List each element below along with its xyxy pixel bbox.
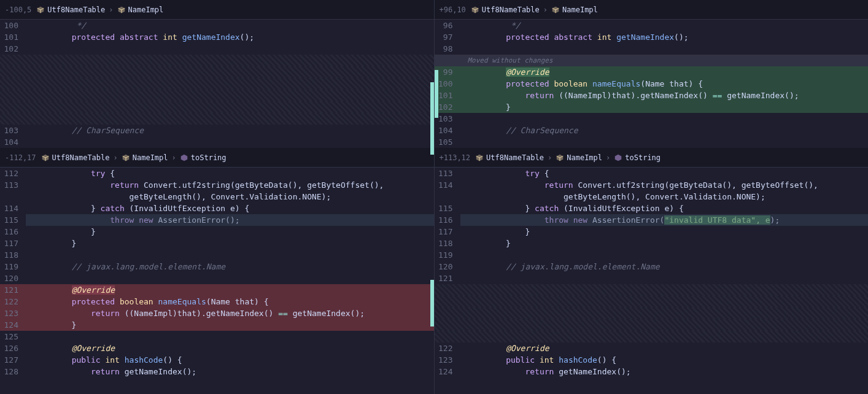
line-number: 114 [0,203,26,214]
line-number: 97 [435,31,460,43]
line-number: 126 [0,342,26,354]
class-icon [475,153,484,162]
line-number: 116 [0,226,26,238]
moved-banner: Moved without changes [435,55,869,66]
line-number: 120 [435,261,460,272]
line-number: 123 [0,307,26,319]
line-number: 102 [435,101,460,113]
right-pane: +96,10 Utf8NameTable › NameImpl 96 */ 97… [435,0,869,394]
hunk-header-1-right[interactable]: +96,10 Utf8NameTable › NameImpl [435,0,869,20]
line-number: 105 [435,136,460,148]
code-block-1-right[interactable]: 96 */ 97 protected abstract int getNameI… [435,20,869,148]
line-number: 100 [0,20,26,31]
line-number: 96 [435,20,460,31]
line-number: 127 [0,354,26,366]
code-block-2-left[interactable]: 112 try { 113 return Convert.utf2string(… [0,168,434,377]
line-number: 101 [0,31,26,43]
line-number: 104 [435,125,460,136]
line-number: 117 [435,226,460,238]
selection-bar [430,82,434,155]
hunk-range: -112,17 [5,153,36,162]
chevron-right-icon: › [548,153,552,162]
line-number: 104 [0,136,26,148]
code-block-1-left[interactable]: 100 */ 101 protected abstract int getNam… [0,20,434,148]
line-number: 121 [435,272,460,284]
class-icon [556,153,564,162]
chevron-right-icon: › [109,6,113,14]
method-icon [614,153,622,162]
chevron-right-icon: › [606,153,610,162]
line-number: 118 [0,249,26,261]
selection-bar [430,280,434,326]
hunk-range: -100,5 [5,6,31,14]
breadcrumb-item[interactable]: NameImpl [128,6,164,14]
hunk-range: +96,10 [440,6,466,14]
left-pane: -100,5 Utf8NameTable › NameImpl 100 */ 1… [0,0,435,394]
line-number: 115 [435,203,460,214]
breadcrumb-item[interactable]: NameImpl [133,153,168,162]
line-number: 122 [435,342,460,354]
hunk-header-1-left[interactable]: -100,5 Utf8NameTable › NameImpl [0,0,434,20]
line-number: 113 [435,168,460,179]
code-block-2-right[interactable]: 113 try { 114 return Convert.utf2string(… [435,168,869,377]
line-number: 115 [0,214,26,226]
line-number: 128 [0,366,26,377]
line-number: 117 [0,238,26,249]
line-number: 103 [435,113,460,125]
breadcrumb-item[interactable]: Utf8NameTable [47,6,105,14]
breadcrumb-item[interactable]: toString [625,153,661,162]
class-icon [551,6,560,14]
line-number: 99 [435,66,460,78]
chevron-right-icon: › [114,153,118,162]
hunk-header-2-left[interactable]: -112,17 Utf8NameTable › NameImpl › toStr… [0,148,434,168]
line-number: 118 [435,238,460,249]
class-icon [471,6,479,14]
class-icon [36,6,45,14]
line-number: 103 [0,125,26,136]
line-number: 100 [435,78,460,90]
line-number: 124 [435,366,460,377]
line-number: 121 [0,284,26,296]
breadcrumb-item[interactable]: NameImpl [567,153,602,162]
method-icon [180,153,188,162]
breadcrumb-item[interactable]: Utf8NameTable [486,153,544,162]
line-number: 124 [0,319,26,331]
line-number: 123 [435,354,460,366]
line-number: 101 [435,90,460,101]
selection-bar [435,70,438,118]
line-number: 122 [0,296,26,307]
line-number: 102 [0,43,26,55]
line-number: 113 [0,179,26,191]
class-icon [122,153,130,162]
class-icon [117,6,126,14]
breadcrumb-item[interactable]: NameImpl [562,6,598,14]
chevron-right-icon: › [543,6,548,14]
line-number: 120 [0,272,26,284]
breadcrumb-item[interactable]: Utf8NameTable [52,153,110,162]
breadcrumb-item[interactable]: Utf8NameTable [482,6,540,14]
line-number: 98 [435,43,460,55]
chevron-right-icon: › [172,153,176,162]
line-number: 112 [0,168,26,179]
line-number: 116 [435,214,460,226]
diff-view: -100,5 Utf8NameTable › NameImpl 100 */ 1… [0,0,868,394]
line-number: 125 [0,331,26,342]
line-number: 114 [435,179,460,191]
line-number: 119 [435,249,460,261]
hunk-header-2-right[interactable]: +113,12 Utf8NameTable › NameImpl › toStr… [435,148,869,168]
line-number: 119 [0,261,26,272]
hunk-range: +113,12 [440,153,471,162]
breadcrumb-item[interactable]: toString [191,153,227,162]
class-icon [41,153,50,162]
